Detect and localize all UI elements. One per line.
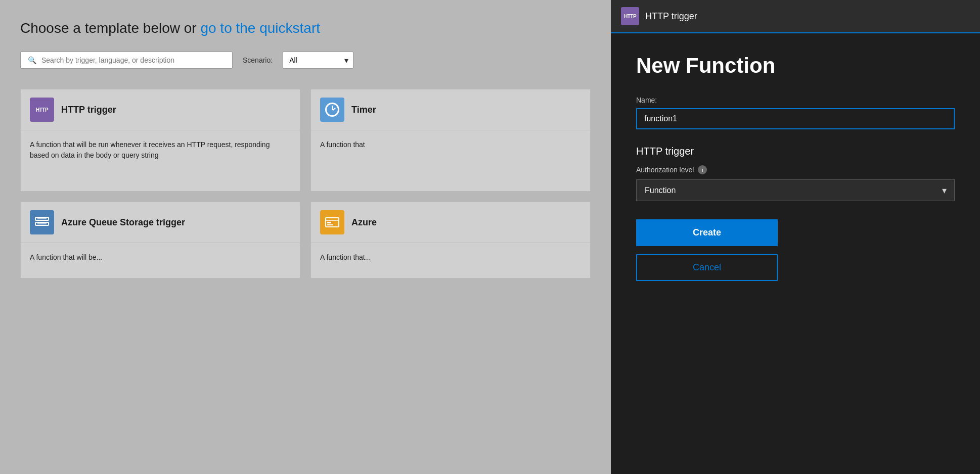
card-queue-trigger[interactable]: Azure Queue Storage trigger A function t… [20, 202, 300, 278]
create-button[interactable]: Create [636, 219, 778, 246]
tab-http-icon: HTTP [621, 7, 639, 25]
search-box[interactable]: 🔍 [20, 52, 233, 69]
search-icon: 🔍 [28, 56, 36, 64]
clock-icon [325, 103, 339, 117]
page-heading: Choose a template below or go to the qui… [20, 20, 591, 36]
search-row: 🔍 Scenario: All Core API & Webhooks Data… [20, 52, 591, 69]
svg-rect-7 [327, 224, 333, 225]
card-header-http: HTTP HTTP trigger [21, 89, 300, 130]
scenario-select[interactable]: All Core API & Webhooks Data Processing … [283, 52, 353, 69]
azure-trigger-title: Azure [351, 217, 377, 228]
right-panel: HTTP HTTP trigger New Function Name: HTT… [611, 0, 980, 474]
quickstart-link[interactable]: go to the quickstart [200, 20, 320, 36]
tab-title: HTTP trigger [645, 11, 697, 22]
auth-level-select[interactable]: Function Anonymous Admin [636, 179, 955, 201]
cards-grid: HTTP HTTP trigger A function that will b… [20, 89, 591, 278]
scenario-label: Scenario: [243, 56, 273, 64]
panel-content: New Function Name: HTTP trigger Authoriz… [611, 33, 980, 474]
scenario-wrapper: All Core API & Webhooks Data Processing … [283, 52, 353, 69]
trigger-type-label: HTTP trigger [636, 146, 955, 157]
svg-rect-6 [327, 222, 331, 223]
left-panel: Choose a template below or go to the qui… [0, 0, 611, 474]
heading-static: Choose a template below or [20, 20, 200, 36]
auth-level-label-row: Authorization level i [636, 165, 955, 174]
card-header-azure: Azure [311, 202, 590, 243]
http-trigger-icon: HTTP [30, 98, 54, 122]
auth-select-wrapper: Function Anonymous Admin [636, 179, 955, 201]
auth-level-label: Authorization level [636, 166, 694, 174]
card-azure-trigger[interactable]: Azure A function that... [310, 202, 591, 278]
azure-trigger-icon [320, 210, 344, 234]
auth-info-icon[interactable]: i [698, 165, 707, 174]
cancel-button[interactable]: Cancel [636, 254, 778, 281]
panel-tab: HTTP HTTP trigger [611, 0, 980, 33]
function-name-input[interactable] [636, 108, 955, 129]
card-http-trigger[interactable]: HTTP HTTP trigger A function that will b… [20, 89, 300, 192]
card-timer-trigger[interactable]: Timer A function that [310, 89, 591, 192]
search-input[interactable] [41, 56, 225, 64]
timer-trigger-title: Timer [351, 105, 376, 115]
azure-trigger-description: A function that... [311, 243, 590, 278]
card-header-queue: Azure Queue Storage trigger [21, 202, 300, 243]
queue-trigger-title: Azure Queue Storage trigger [61, 217, 185, 228]
timer-trigger-icon [320, 98, 344, 122]
queue-trigger-icon [30, 210, 54, 234]
queue-icon-inner [35, 217, 49, 228]
name-field-label: Name: [636, 96, 955, 104]
http-trigger-description: A function that will be run whenever it … [21, 130, 300, 191]
http-trigger-title: HTTP trigger [61, 105, 116, 115]
timer-trigger-description: A function that [311, 130, 590, 165]
new-function-heading: New Function [636, 54, 955, 78]
queue-trigger-description: A function that will be... [21, 243, 300, 278]
card-header-timer: Timer [311, 89, 590, 130]
